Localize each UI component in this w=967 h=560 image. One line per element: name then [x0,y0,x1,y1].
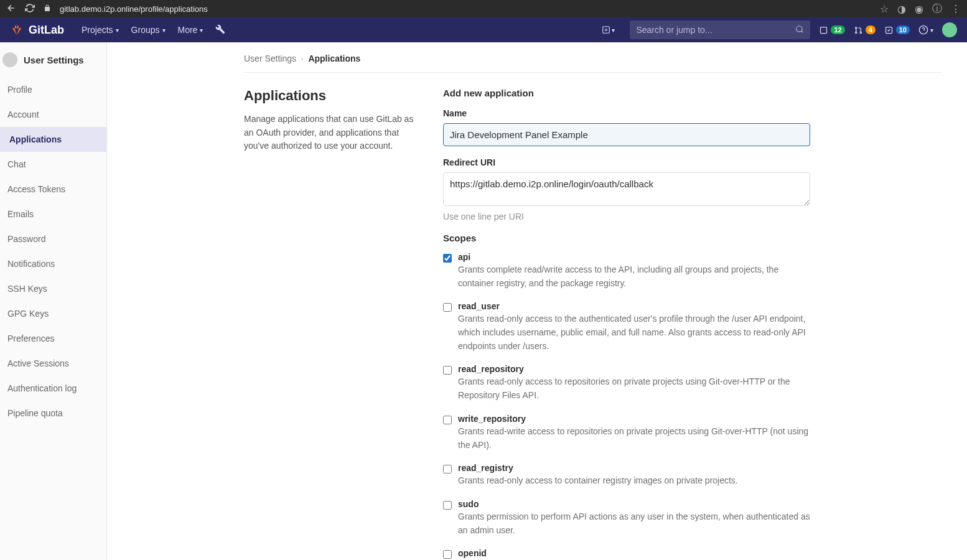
global-search[interactable] [630,21,810,39]
scope-body: read_repositoryGrants read-only access t… [458,364,810,402]
scope-checkbox-read_repository[interactable] [443,366,452,375]
chevron-down-icon: ▾ [930,27,933,34]
scope-body: read_userGrants read-only access to the … [458,301,810,353]
nav-projects-label: Projects [82,25,113,35]
scope-checkbox-write_repository[interactable] [443,416,452,424]
scope-checkbox-read_registry[interactable] [443,465,452,474]
scope-name: read_user [458,301,810,311]
address-bar[interactable]: gitlab.demo.i2p.online/profile/applicati… [60,4,871,14]
scope-checkbox-read_user[interactable] [443,303,452,312]
svg-point-5 [860,32,862,34]
scope-name: api [458,252,810,262]
sidebar-item-account[interactable]: Account [0,102,106,127]
scope-name: write_repository [458,414,810,424]
sidebar-item-ssh-keys[interactable]: SSH Keys [0,276,106,301]
settings-sidebar: User Settings Profile Account Applicatio… [0,42,107,560]
help-dropdown[interactable]: ▾ [918,25,933,35]
svg-point-1 [796,26,802,31]
sidebar-item-pipeline-quota[interactable]: Pipeline quota [0,401,106,426]
sidebar-item-auth-log[interactable]: Authentication log [0,376,106,401]
back-icon[interactable] [6,3,16,15]
svg-point-3 [855,27,857,29]
info-icon[interactable]: ⓘ [932,2,942,16]
chevron-down-icon: ▾ [612,27,615,34]
scope-checkbox-openid[interactable] [443,550,452,559]
sidebar-item-gpg-keys[interactable]: GPG Keys [0,301,106,326]
scope-body: sudoGrants permission to perform API act… [458,499,810,537]
form-heading: Add new application [443,88,810,98]
page-title: Applications [244,88,418,104]
nav-more[interactable]: More ▾ [172,17,210,42]
page-intro: Applications Manage applications that ca… [244,88,418,560]
chevron-down-icon: ▾ [200,27,203,34]
redirect-uri-input[interactable] [443,172,810,206]
menu-icon[interactable]: ⋮ [951,3,961,15]
nav-projects[interactable]: Projects ▾ [75,17,125,42]
extension-icon-2[interactable]: ◉ [915,3,923,15]
scope-checkbox-sudo[interactable] [443,501,452,510]
application-form: Add new application Name Redirect URI Us… [443,88,810,560]
todos-badge: 10 [896,26,910,34]
scope-body: write_repositoryGrants read-write access… [458,414,810,452]
browser-actions: ☆ ◑ ◉ ⓘ ⋮ [880,2,961,16]
svg-point-4 [855,32,857,34]
sidebar-item-emails[interactable]: Emails [0,202,106,226]
nav-groups-label: Groups [131,25,160,35]
scope-name: sudo [458,499,810,509]
bookmark-star-icon[interactable]: ☆ [880,3,889,15]
scope-item-sudo: sudoGrants permission to perform API act… [443,499,810,537]
scope-description: Grants read-write access to repositories… [458,425,810,452]
search-input[interactable] [636,25,790,35]
lock-icon [44,4,51,14]
mr-counter[interactable]: 4 [854,26,876,35]
scope-name: read_registry [458,463,810,473]
scope-description: Grants permission to perform API actions… [458,510,810,537]
scope-body: read_registryGrants read-only access to … [458,463,810,488]
name-input[interactable] [443,123,810,146]
scopes-heading: Scopes [443,233,810,243]
scope-name: read_repository [458,364,810,374]
sidebar-item-applications[interactable]: Applications [0,127,106,152]
scope-item-read_user: read_userGrants read-only access to the … [443,301,810,353]
breadcrumb-current: Applications [308,54,360,63]
scope-body: apiGrants complete read/write access to … [458,252,810,290]
chevron-right-icon: › [301,55,303,62]
new-dropdown[interactable]: ▾ [596,26,621,34]
sidebar-item-active-sessions[interactable]: Active Sessions [0,351,106,376]
breadcrumb-parent[interactable]: User Settings [244,54,296,63]
gitlab-logo[interactable]: GitLab [10,23,64,37]
issues-counter[interactable]: 12 [819,26,844,35]
mr-badge: 4 [866,26,876,34]
sidebar-item-notifications[interactable]: Notifications [0,251,106,276]
chevron-down-icon: ▾ [162,27,166,34]
sidebar-item-preferences[interactable]: Preferences [0,326,106,351]
issues-badge: 12 [831,26,844,34]
search-icon [795,25,804,35]
main-content: User Settings › Applications Application… [107,42,967,560]
svg-rect-2 [821,27,827,33]
sidebar-item-profile[interactable]: Profile [0,77,106,102]
scope-checkbox-api[interactable] [443,254,452,263]
redirect-help-text: Use one line per URI [443,212,810,222]
sidebar-item-password[interactable]: Password [0,226,106,251]
scope-body: openidGrants permission to authenticate … [458,548,810,560]
scope-description: Grants read-only access to container reg… [458,474,810,488]
todos-counter[interactable]: 10 [884,26,910,35]
user-avatar[interactable] [942,22,957,37]
gitlab-top-nav: GitLab Projects ▾ Groups ▾ More ▾ ▾ 12 4… [0,17,967,42]
browser-chrome: gitlab.demo.i2p.online/profile/applicati… [0,0,967,17]
scope-item-read_registry: read_registryGrants read-only access to … [443,463,810,488]
scope-item-openid: openidGrants permission to authenticate … [443,548,810,560]
sidebar-header[interactable]: User Settings [0,42,106,77]
sidebar-item-access-tokens[interactable]: Access Tokens [0,177,106,202]
nav-groups[interactable]: Groups ▾ [125,17,172,42]
breadcrumb: User Settings › Applications [244,54,942,73]
scope-item-read_repository: read_repositoryGrants read-only access t… [443,364,810,402]
scope-description: Grants read-only access to repositories … [458,375,810,402]
nav-more-label: More [178,25,198,35]
extension-icon[interactable]: ◑ [897,3,906,15]
reload-icon[interactable] [25,3,35,15]
admin-wrench-icon[interactable] [209,24,231,36]
sidebar-item-chat[interactable]: Chat [0,152,106,177]
scope-item-api: apiGrants complete read/write access to … [443,252,810,290]
